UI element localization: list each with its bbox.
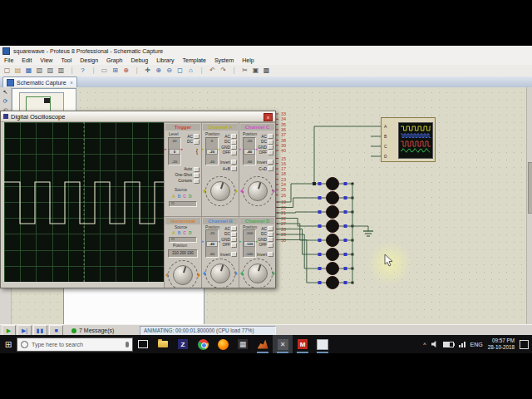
trigger-mode-button[interactable] (194, 167, 200, 172)
menu-item[interactable]: File (0, 57, 17, 63)
toolbar-icon[interactable]: ▤ (13, 66, 22, 76)
coupling-button[interactable] (268, 237, 273, 242)
tab-schematic-capture[interactable]: Schematic Capture x (2, 76, 77, 87)
object-selector[interactable] (63, 287, 204, 325)
action-center-icon[interactable] (520, 340, 529, 349)
menu-item[interactable]: View (36, 57, 57, 63)
proteus-taskbar-icon[interactable]: ✕ (273, 335, 293, 353)
taskbar-clock[interactable]: 09:57 PM 28-10-2018 (488, 337, 515, 351)
channel-c-gain-knob[interactable] (243, 176, 273, 206)
menu-item[interactable]: Design (76, 57, 102, 63)
file-explorer-icon[interactable] (153, 335, 173, 353)
trigger-mode-button[interactable] (194, 179, 200, 184)
toolbar-icon[interactable]: ⊞ (111, 66, 120, 76)
oscilloscope-close-button[interactable]: x (264, 113, 273, 121)
toolbar-icon[interactable]: ▢ (2, 66, 12, 76)
toolbar-icon[interactable]: ▩ (262, 66, 271, 76)
toolbar-icon[interactable]: ▭ (100, 66, 109, 76)
horizontal-source-slider[interactable] (169, 237, 197, 243)
toolbar-icon[interactable]: ⊖ (165, 66, 174, 76)
horizontal-position-display[interactable]: 210 200 190 (168, 249, 198, 258)
toolbar-icon[interactable]: ↷ (219, 66, 228, 76)
coupling-button[interactable] (231, 237, 237, 242)
coupling-button[interactable] (194, 140, 200, 145)
hidden-icons-chevron[interactable]: ^ (423, 342, 426, 347)
menu-item[interactable]: System (210, 57, 238, 63)
coupling-button[interactable] (268, 226, 273, 231)
channel-d-gain-knob[interactable] (243, 259, 273, 288)
toolbar-icon[interactable]: ❘ (229, 66, 239, 76)
menu-item[interactable]: Tool (57, 57, 76, 63)
invert-button[interactable] (231, 160, 237, 165)
selection-cursor-icon[interactable]: ↖ (3, 87, 8, 96)
firefox-icon[interactable] (213, 335, 233, 353)
toolbar-icon[interactable]: ✛ (143, 66, 152, 76)
coupling-button[interactable] (231, 134, 237, 139)
toolbar-icon[interactable]: ❘ (197, 66, 206, 76)
toolbar-icon[interactable]: ▨ (46, 66, 55, 76)
toolbar-icon[interactable]: ▣ (251, 66, 260, 76)
menu-item[interactable]: Debug (127, 57, 153, 63)
toolbar-icon[interactable]: ▦ (24, 66, 33, 76)
trigger-level-slider[interactable]: 20 0 -20 (168, 137, 181, 165)
toolbar-icon[interactable]: ✂ (240, 66, 249, 76)
coupling-button[interactable] (268, 150, 273, 155)
toolbar-icon[interactable]: ❘ (89, 66, 98, 76)
start-button[interactable]: ⊞ (0, 335, 17, 353)
taskbar-search[interactable]: Type here to search (17, 337, 133, 352)
trigger-edge-icon[interactable]: { (196, 148, 198, 154)
task-view-button[interactable] (133, 335, 153, 353)
toolbar-icon[interactable]: ▥ (57, 66, 66, 76)
app-window-icon[interactable] (313, 335, 332, 353)
redraw-icon[interactable]: ⟳ (3, 96, 8, 106)
oscilloscope-titlebar[interactable]: Digital Oscilloscope (1, 111, 275, 122)
toolbar-icon[interactable]: ◻ (175, 66, 185, 76)
coupling-button[interactable] (268, 243, 273, 248)
toolbar-icon[interactable]: ? (78, 66, 87, 76)
language-indicator[interactable]: ENG (470, 342, 483, 347)
timebase-knob[interactable] (168, 260, 198, 288)
toolbar-icon[interactable]: ⌂ (186, 66, 195, 76)
invert-button[interactable] (268, 252, 273, 257)
coupling-button[interactable] (231, 243, 237, 248)
network-icon[interactable] (459, 342, 466, 347)
toolbar-icon[interactable]: ⊕ (154, 66, 163, 76)
coupling-button[interactable] (268, 232, 273, 237)
sum-button[interactable] (268, 166, 273, 171)
coupling-button[interactable] (231, 140, 237, 145)
coupling-button[interactable] (268, 145, 273, 150)
invert-button[interactable] (231, 252, 237, 257)
toolbar-icon[interactable]: ▧ (35, 66, 44, 76)
channel-a-gain-knob[interactable] (205, 176, 235, 206)
matlab-icon[interactable] (253, 335, 273, 353)
trigger-mode-button[interactable] (194, 173, 200, 178)
coupling-button[interactable] (194, 134, 200, 139)
toolbar-icon[interactable]: ↶ (208, 66, 217, 76)
toolbar-icon[interactable]: ❘ (132, 66, 141, 76)
trigger-source-slider[interactable] (169, 201, 197, 207)
sum-button[interactable] (231, 166, 237, 171)
invert-button[interactable] (268, 160, 273, 165)
coupling-button[interactable] (231, 150, 237, 155)
toolbar-icon[interactable]: ❘ (67, 66, 76, 76)
menu-item[interactable]: Graph (102, 57, 126, 63)
toolbar-icon[interactable]: ⊕ (121, 66, 131, 76)
coupling-button[interactable] (231, 145, 237, 150)
scrollbar-thumb[interactable] (528, 162, 532, 214)
calculator-icon[interactable]: ▦ (233, 335, 253, 353)
chrome-icon[interactable] (193, 335, 213, 353)
menu-item[interactable]: Library (152, 57, 178, 63)
coupling-button[interactable] (231, 226, 237, 231)
battery-icon[interactable] (443, 342, 454, 347)
coupling-button[interactable] (231, 232, 237, 237)
message-count[interactable]: 7 Message(s) (79, 328, 114, 333)
photos-app-icon[interactable]: Z (173, 335, 193, 353)
coupling-button[interactable] (268, 134, 273, 139)
channel-b-gain-knob[interactable] (205, 259, 235, 288)
menu-item[interactable]: Template (179, 57, 210, 63)
multisim-icon[interactable]: M (293, 335, 313, 353)
menu-item[interactable]: Help (238, 57, 258, 63)
oscilloscope-component[interactable]: A B C D (381, 117, 436, 162)
coupling-button[interactable] (268, 140, 273, 145)
tab-close-icon[interactable]: x (71, 80, 73, 85)
